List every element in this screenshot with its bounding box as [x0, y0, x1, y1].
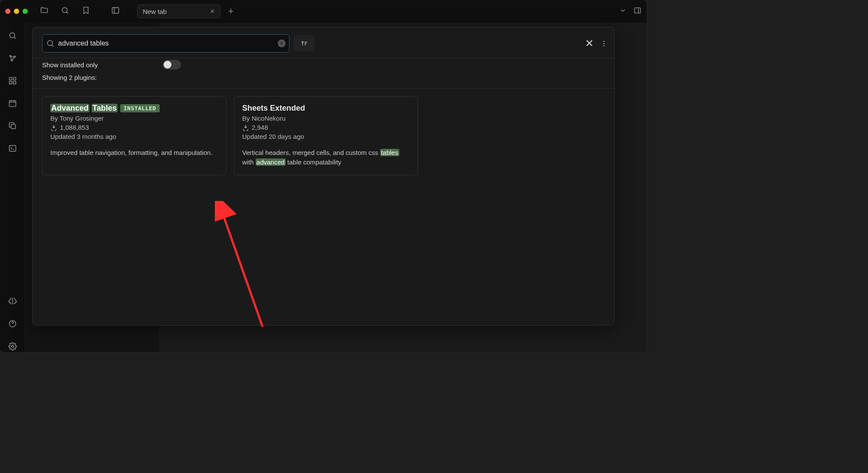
svg-rect-2 [635, 8, 641, 13]
svg-rect-1 [112, 7, 119, 13]
download-icon [50, 124, 57, 131]
svg-rect-7 [9, 78, 12, 80]
quick-switcher-icon[interactable] [8, 31, 17, 42]
sidebar-toggle-icon[interactable] [111, 6, 120, 16]
plugin-card[interactable]: Sheets Extended By NicoNekoru 2,948 Upda… [234, 96, 418, 175]
plugin-description: Vertical headers, merged cells, and cust… [242, 148, 410, 167]
installed-only-label: Show installed only [42, 61, 98, 69]
tab-title: New tab [143, 8, 167, 15]
download-icon [242, 124, 249, 131]
folder-icon[interactable] [40, 6, 49, 16]
plugin-browser-modal: ✕ ✕ Show installed only Showing 2 plugin… [32, 27, 615, 325]
new-tab-button[interactable]: + [228, 6, 234, 17]
svg-point-0 [62, 7, 67, 13]
svg-rect-10 [13, 82, 16, 84]
svg-point-15 [11, 345, 13, 348]
right-sidebar-toggle-icon[interactable] [634, 7, 641, 16]
plugin-title: Advanced Tables INSTALLED [50, 104, 218, 113]
canvas-icon[interactable] [8, 76, 17, 87]
plugin-author: By Tony Grosinger [50, 115, 218, 122]
plugin-updated: Updated 20 days ago [242, 133, 410, 140]
result-count: Showing 2 plugins: [33, 69, 614, 88]
close-window-button[interactable] [5, 9, 10, 14]
search-icon [46, 39, 55, 48]
plugin-downloads: 1,088,853 [50, 124, 218, 131]
tab-new[interactable]: New tab × [137, 4, 220, 18]
calendar-icon[interactable] [8, 99, 17, 109]
plugin-downloads: 2,948 [242, 124, 410, 131]
app-window: New tab × + [0, 0, 647, 352]
graph-icon[interactable] [8, 54, 17, 64]
annotation-arrow [215, 201, 276, 331]
settings-icon[interactable] [8, 342, 17, 352]
svg-rect-11 [9, 101, 16, 106]
terminal-icon[interactable] [8, 144, 17, 154]
titlebar-tools [40, 6, 120, 16]
window-controls [5, 9, 28, 14]
maximize-window-button[interactable] [23, 9, 28, 14]
copy-icon[interactable] [8, 122, 17, 132]
plugin-description: Improved table navigation, formatting, a… [50, 148, 218, 158]
titlebar: New tab × + [0, 0, 647, 23]
installed-only-toggle[interactable] [163, 60, 181, 69]
plugin-title: Sheets Extended [242, 104, 410, 113]
installed-badge: INSTALLED [120, 104, 160, 112]
left-rail [0, 23, 25, 352]
search-field[interactable]: ✕ [42, 34, 289, 53]
help-icon[interactable] [8, 319, 17, 330]
svg-rect-9 [9, 82, 12, 84]
bookmark-icon[interactable] [82, 6, 90, 16]
sort-icon [300, 39, 308, 47]
search-input[interactable] [58, 39, 278, 47]
close-modal-button[interactable]: ✕ [583, 37, 595, 49]
plugin-author: By NicoNekoru [242, 115, 410, 122]
svg-rect-8 [13, 78, 16, 80]
clear-search-button[interactable]: ✕ [278, 39, 286, 47]
minimize-window-button[interactable] [14, 9, 19, 14]
svg-rect-12 [11, 125, 15, 129]
search-icon[interactable] [61, 6, 69, 16]
sort-button[interactable] [294, 35, 315, 52]
svg-point-3 [10, 33, 15, 38]
brain-icon[interactable] [8, 297, 17, 307]
svg-line-17 [220, 206, 263, 327]
more-options-button[interactable] [603, 41, 605, 46]
svg-point-4 [10, 55, 11, 56]
results-grid: Advanced Tables INSTALLED By Tony Grosin… [33, 89, 614, 183]
svg-point-16 [47, 40, 53, 46]
chevron-down-icon[interactable] [619, 7, 627, 16]
tab-close-button[interactable]: × [210, 7, 215, 15]
svg-rect-13 [9, 145, 16, 151]
plugin-updated: Updated 3 months ago [50, 133, 218, 140]
plugin-card[interactable]: Advanced Tables INSTALLED By Tony Grosin… [42, 96, 226, 175]
